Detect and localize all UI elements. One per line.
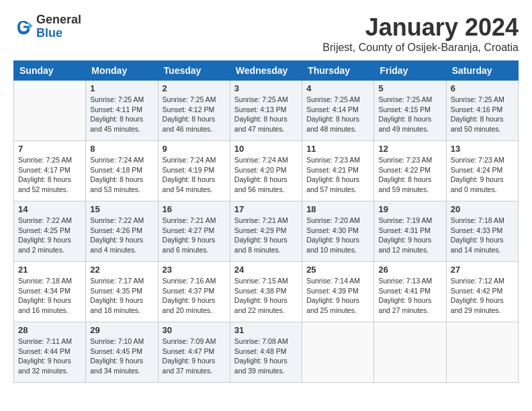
calendar-cell: 30Sunrise: 7:09 AMSunset: 4:47 PMDayligh…	[158, 322, 230, 383]
day-number: 20	[451, 204, 514, 214]
calendar-cell	[374, 322, 446, 383]
calendar-header-row: SundayMondayTuesdayWednesdayThursdayFrid…	[14, 61, 519, 81]
day-number: 5	[378, 83, 441, 93]
calendar-cell: 28Sunrise: 7:11 AMSunset: 4:44 PMDayligh…	[14, 322, 86, 383]
day-info: Sunrise: 7:14 AMSunset: 4:39 PMDaylight:…	[306, 276, 369, 316]
day-info: Sunrise: 7:13 AMSunset: 4:41 PMDaylight:…	[378, 276, 441, 316]
calendar-cell: 5Sunrise: 7:25 AMSunset: 4:15 PMDaylight…	[374, 81, 446, 141]
day-number: 30	[163, 325, 226, 335]
day-info: Sunrise: 7:22 AMSunset: 4:25 PMDaylight:…	[18, 216, 81, 255]
day-info: Sunrise: 7:19 AMSunset: 4:31 PMDaylight:…	[378, 216, 441, 255]
header-sunday: Sunday	[14, 61, 86, 81]
day-number: 25	[306, 265, 369, 275]
day-number: 12	[378, 144, 441, 154]
calendar-cell: 21Sunrise: 7:18 AMSunset: 4:34 PMDayligh…	[14, 262, 86, 322]
day-info: Sunrise: 7:25 AMSunset: 4:16 PMDaylight:…	[451, 95, 514, 134]
calendar-cell: 23Sunrise: 7:16 AMSunset: 4:37 PMDayligh…	[158, 262, 230, 322]
day-number: 14	[18, 204, 81, 214]
calendar-cell	[302, 322, 374, 383]
day-number: 13	[451, 144, 514, 154]
day-number: 6	[451, 83, 514, 93]
calendar-cell: 27Sunrise: 7:12 AMSunset: 4:42 PMDayligh…	[446, 262, 518, 322]
calendar-cell: 19Sunrise: 7:19 AMSunset: 4:31 PMDayligh…	[374, 201, 446, 262]
day-info: Sunrise: 7:16 AMSunset: 4:37 PMDaylight:…	[163, 276, 226, 316]
header-saturday: Saturday	[446, 61, 518, 81]
day-info: Sunrise: 7:25 AMSunset: 4:14 PMDaylight:…	[306, 95, 369, 134]
calendar-cell: 31Sunrise: 7:08 AMSunset: 4:48 PMDayligh…	[230, 322, 302, 383]
day-number: 23	[163, 265, 226, 275]
week-row-4: 21Sunrise: 7:18 AMSunset: 4:34 PMDayligh…	[14, 262, 519, 322]
logo-blue: Blue	[36, 27, 81, 40]
calendar-cell: 10Sunrise: 7:24 AMSunset: 4:20 PMDayligh…	[230, 141, 302, 201]
calendar-body: 1Sunrise: 7:25 AMSunset: 4:11 PMDaylight…	[14, 81, 519, 383]
day-info: Sunrise: 7:23 AMSunset: 4:24 PMDaylight:…	[451, 155, 514, 195]
calendar-cell: 15Sunrise: 7:22 AMSunset: 4:26 PMDayligh…	[86, 201, 158, 262]
day-info: Sunrise: 7:15 AMSunset: 4:38 PMDaylight:…	[234, 276, 298, 316]
logo-icon	[13, 17, 34, 37]
day-number: 21	[18, 265, 81, 275]
day-number: 15	[90, 204, 153, 214]
calendar-cell: 18Sunrise: 7:20 AMSunset: 4:30 PMDayligh…	[302, 201, 374, 262]
day-number: 17	[234, 204, 298, 214]
day-number: 3	[234, 83, 298, 93]
header-friday: Friday	[374, 61, 446, 81]
calendar-cell: 9Sunrise: 7:24 AMSunset: 4:19 PMDaylight…	[158, 141, 230, 201]
header-thursday: Thursday	[302, 61, 374, 81]
calendar: SundayMondayTuesdayWednesdayThursdayFrid…	[13, 60, 519, 383]
week-row-5: 28Sunrise: 7:11 AMSunset: 4:44 PMDayligh…	[14, 322, 519, 383]
calendar-cell: 2Sunrise: 7:25 AMSunset: 4:12 PMDaylight…	[158, 81, 230, 141]
calendar-cell: 16Sunrise: 7:21 AMSunset: 4:27 PMDayligh…	[158, 201, 230, 262]
header-tuesday: Tuesday	[158, 61, 230, 81]
header: General Blue January 2024 Brijest, Count…	[13, 13, 519, 54]
calendar-cell: 1Sunrise: 7:25 AMSunset: 4:11 PMDaylight…	[86, 81, 158, 141]
header-monday: Monday	[86, 61, 158, 81]
calendar-cell: 17Sunrise: 7:21 AMSunset: 4:29 PMDayligh…	[230, 201, 302, 262]
calendar-cell: 6Sunrise: 7:25 AMSunset: 4:16 PMDaylight…	[446, 81, 518, 141]
calendar-cell: 8Sunrise: 7:24 AMSunset: 4:18 PMDaylight…	[86, 141, 158, 201]
title-area: January 2024 Brijest, County of Osijek-B…	[322, 13, 519, 54]
day-number: 29	[90, 325, 153, 335]
header-wednesday: Wednesday	[230, 61, 302, 81]
logo: General Blue	[13, 13, 81, 40]
day-number: 8	[90, 144, 153, 154]
day-number: 27	[451, 265, 514, 275]
week-row-1: 1Sunrise: 7:25 AMSunset: 4:11 PMDaylight…	[14, 81, 519, 141]
day-info: Sunrise: 7:18 AMSunset: 4:34 PMDaylight:…	[18, 276, 81, 316]
day-number: 24	[234, 265, 298, 275]
calendar-cell: 4Sunrise: 7:25 AMSunset: 4:14 PMDaylight…	[302, 81, 374, 141]
day-number: 11	[306, 144, 369, 154]
day-info: Sunrise: 7:21 AMSunset: 4:29 PMDaylight:…	[234, 216, 298, 255]
day-info: Sunrise: 7:23 AMSunset: 4:22 PMDaylight:…	[378, 155, 441, 195]
week-row-3: 14Sunrise: 7:22 AMSunset: 4:25 PMDayligh…	[14, 201, 519, 262]
calendar-cell	[14, 81, 86, 141]
day-info: Sunrise: 7:25 AMSunset: 4:15 PMDaylight:…	[378, 95, 441, 134]
day-number: 7	[18, 144, 81, 154]
calendar-cell: 24Sunrise: 7:15 AMSunset: 4:38 PMDayligh…	[230, 262, 302, 322]
day-info: Sunrise: 7:17 AMSunset: 4:35 PMDaylight:…	[90, 276, 153, 316]
calendar-cell: 11Sunrise: 7:23 AMSunset: 4:21 PMDayligh…	[302, 141, 374, 201]
calendar-cell: 3Sunrise: 7:25 AMSunset: 4:13 PMDaylight…	[230, 81, 302, 141]
location-title: Brijest, County of Osijek-Baranja, Croat…	[322, 42, 519, 54]
day-info: Sunrise: 7:23 AMSunset: 4:21 PMDaylight:…	[306, 155, 369, 195]
day-info: Sunrise: 7:24 AMSunset: 4:20 PMDaylight:…	[234, 155, 298, 195]
day-number: 9	[163, 144, 226, 154]
day-info: Sunrise: 7:08 AMSunset: 4:48 PMDaylight:…	[234, 336, 298, 376]
day-info: Sunrise: 7:11 AMSunset: 4:44 PMDaylight:…	[18, 336, 81, 376]
day-info: Sunrise: 7:22 AMSunset: 4:26 PMDaylight:…	[90, 216, 153, 255]
day-number: 22	[90, 265, 153, 275]
logo-text: General Blue	[36, 13, 81, 40]
calendar-cell: 29Sunrise: 7:10 AMSunset: 4:45 PMDayligh…	[86, 322, 158, 383]
day-info: Sunrise: 7:21 AMSunset: 4:27 PMDaylight:…	[163, 216, 226, 255]
logo-general: General	[36, 13, 81, 27]
calendar-cell: 14Sunrise: 7:22 AMSunset: 4:25 PMDayligh…	[14, 201, 86, 262]
calendar-cell: 22Sunrise: 7:17 AMSunset: 4:35 PMDayligh…	[86, 262, 158, 322]
day-info: Sunrise: 7:25 AMSunset: 4:17 PMDaylight:…	[18, 155, 81, 195]
day-info: Sunrise: 7:18 AMSunset: 4:33 PMDaylight:…	[451, 216, 514, 255]
calendar-cell: 13Sunrise: 7:23 AMSunset: 4:24 PMDayligh…	[446, 141, 518, 201]
month-title: January 2024	[322, 13, 519, 42]
calendar-cell: 20Sunrise: 7:18 AMSunset: 4:33 PMDayligh…	[446, 201, 518, 262]
day-info: Sunrise: 7:25 AMSunset: 4:11 PMDaylight:…	[90, 95, 153, 134]
day-number: 16	[163, 204, 226, 214]
day-number: 4	[306, 83, 369, 93]
calendar-cell: 7Sunrise: 7:25 AMSunset: 4:17 PMDaylight…	[14, 141, 86, 201]
